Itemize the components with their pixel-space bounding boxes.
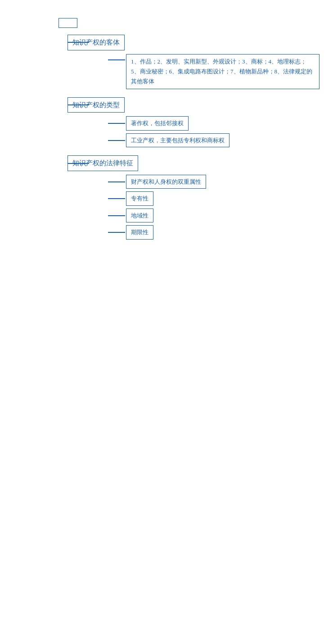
child-s1c1: 1、作品；2、发明、实用新型、外观设计；3、商标；4、地理标志；5、商业秘密；6… <box>108 54 320 89</box>
child-label-s2c2: 工业产权，主要包括专利权和商标权 <box>126 133 230 148</box>
child-label-s3c4: 期限性 <box>126 225 153 240</box>
children-s2: 著作权，包括邻接权工业产权，主要包括专利权和商标权 <box>108 116 320 147</box>
chconn-s2c1 <box>108 123 125 124</box>
hconn-s2 <box>68 104 89 105</box>
chconn-s1c1 <box>108 59 125 60</box>
hconn-s1 <box>68 42 89 43</box>
chconn-s2c2 <box>108 140 125 141</box>
section-s1: 知识产权的客体1、作品；2、发明、实用新型、外观设计；3、商标；4、地理标志；5… <box>45 35 320 89</box>
section-s2: 知识产权的类型著作权，包括邻接权工业产权，主要包括专利权和商标权 <box>45 97 320 148</box>
child-label-s2c1: 著作权，包括邻接权 <box>126 116 189 131</box>
chconn-s3c2 <box>108 198 125 199</box>
chconn-s3c4 <box>108 232 125 233</box>
child-s3c2: 专有性 <box>108 191 320 206</box>
child-s3c3: 地域性 <box>108 209 320 223</box>
child-label-s3c3: 地域性 <box>126 209 153 223</box>
child-s3c4: 期限性 <box>108 225 320 240</box>
hconn-s3 <box>68 163 89 164</box>
child-label-s1c1: 1、作品；2、发明、实用新型、外观设计；3、商标；4、地理标志；5、商业秘密；6… <box>126 54 320 89</box>
child-s2c1: 著作权，包括邻接权 <box>108 116 320 131</box>
child-s2c2: 工业产权，主要包括专利权和商标权 <box>108 133 320 148</box>
child-label-s3c2: 专有性 <box>126 191 153 206</box>
child-s3c1: 财产权和人身权的双重属性 <box>108 175 320 189</box>
chconn-s3c3 <box>108 215 125 216</box>
child-label-s3c1: 财产权和人身权的双重属性 <box>126 175 206 189</box>
root-node <box>58 18 77 28</box>
section-s3: 知识产权的法律特征财产权和人身权的双重属性专有性地域性期限性 <box>45 155 320 240</box>
chconn-s3c1 <box>108 181 125 182</box>
mind-map: 知识产权的客体1、作品；2、发明、实用新型、外观设计；3、商标；4、地理标志；5… <box>4 9 328 257</box>
children-s1: 1、作品；2、发明、实用新型、外观设计；3、商标；4、地理标志；5、商业秘密；6… <box>108 54 320 89</box>
children-s3: 财产权和人身权的双重属性专有性地域性期限性 <box>108 175 320 240</box>
